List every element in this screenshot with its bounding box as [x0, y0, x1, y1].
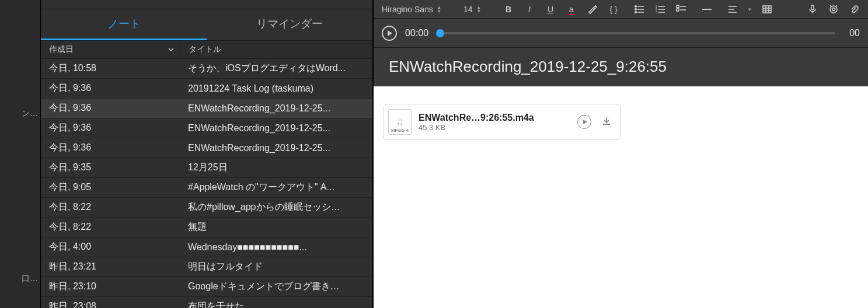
note-row-date: 昨日, 23:08 — [41, 300, 180, 308]
note-list-panel: ノート リマインダー 作成日 タイトル 今日, 10:58そうか、iOSブログエ… — [41, 0, 374, 308]
font-size-value: 14 — [463, 5, 473, 14]
attachment-filesize: 45.3 KB — [419, 123, 570, 132]
detail-panel: Hiragino Sans ▴▾ 14 ▴▾ B I U a { } — [374, 0, 868, 308]
checklist-button[interactable] — [676, 4, 686, 15]
note-row-title: ENWatchRecording_2019-12-25... — [180, 143, 372, 153]
note-rows: 今日, 10:58そうか、iOSブログエディタはWord...今日, 9:362… — [41, 59, 372, 308]
note-row-date: 今日, 10:58 — [41, 62, 180, 75]
top-spacer — [41, 0, 372, 9]
numbered-list-button[interactable]: 123 — [655, 4, 665, 15]
svg-line-28 — [830, 5, 831, 6]
svg-rect-24 — [811, 5, 814, 10]
text-color-button[interactable]: a — [566, 4, 577, 15]
note-row-title: Googleドキュメントでブログ書き… — [180, 281, 372, 293]
note-row[interactable]: 今日, 10:58そうか、iOSブログエディタはWord... — [41, 59, 372, 79]
note-row-title: 20191224 Task Log (taskuma) — [180, 83, 372, 94]
current-time: 00:00 — [405, 28, 432, 38]
font-size-picker[interactable]: 14 ▴▾ — [463, 5, 488, 14]
svg-text:3: 3 — [656, 10, 657, 14]
note-row-title: #AppleWatch の"ワークアウト" A... — [180, 181, 372, 194]
svg-line-29 — [836, 5, 837, 6]
italic-button[interactable]: I — [524, 4, 535, 15]
note-row-title: 明日はフルタイド — [180, 261, 372, 273]
column-header-title[interactable]: タイトル — [180, 44, 372, 55]
font-picker[interactable]: Hiragino Sans ▴▾ — [382, 5, 458, 14]
svg-point-26 — [830, 6, 837, 13]
camera-icon[interactable] — [828, 4, 839, 15]
music-note-icon: ♫ — [396, 117, 403, 127]
attachment-thumbnail: ♫ MPEG 4 — [388, 109, 412, 135]
note-row-title: 12月25日 — [180, 162, 372, 174]
svg-rect-19 — [763, 6, 771, 13]
note-row-date: 今日, 9:05 — [41, 181, 180, 194]
svg-rect-14 — [677, 9, 679, 11]
column-header-created[interactable]: 作成日 — [41, 44, 180, 55]
note-row-date: 昨日, 23:21 — [41, 261, 180, 273]
nav-item-1[interactable]: ン… — [22, 108, 38, 119]
size-stepper-icon[interactable]: ▴▾ — [477, 5, 480, 13]
svg-point-2 — [635, 8, 637, 10]
svg-rect-12 — [677, 5, 679, 8]
note-row[interactable]: 昨日, 23:10Googleドキュメントでブログ書き… — [41, 277, 372, 297]
seek-slider[interactable] — [440, 32, 835, 34]
attachment-filename: ENWatchRe…9:26:55.m4a — [419, 113, 570, 123]
note-row-title: 布団を干せた — [180, 300, 372, 308]
note-row[interactable]: 今日, 9:05#AppleWatch の"ワークアウト" A... — [41, 178, 372, 198]
underline-button[interactable]: U — [545, 4, 556, 15]
svg-point-27 — [832, 8, 835, 10]
tab-reminders[interactable]: リマインダー — [207, 9, 372, 38]
note-row-date: 今日, 8:22 — [41, 201, 180, 214]
note-row-date: 今日, 4:00 — [41, 241, 180, 253]
note-row-title: 無題 — [180, 221, 372, 233]
note-row[interactable]: 今日, 9:3512月25日 — [41, 158, 372, 178]
attachment-icon[interactable] — [849, 4, 860, 15]
audio-attachment: ♫ MPEG 4 ENWatchRe…9:26:55.m4a 45.3 KB — [383, 104, 621, 140]
note-row[interactable]: 今日, 8:22私の#pillow_appからの睡眠セッシ… — [41, 198, 372, 218]
code-block-button[interactable]: { } — [608, 4, 619, 15]
note-row[interactable]: 今日, 9:36ENWatchRecording_2019-12-25... — [41, 118, 372, 138]
note-row[interactable]: 今日, 8:22無題 — [41, 218, 372, 237]
note-row[interactable]: 今日, 9:3620191224 Task Log (taskuma) — [41, 79, 372, 99]
note-row-date: 今日, 9:36 — [41, 122, 180, 134]
download-icon[interactable] — [601, 115, 612, 129]
left-nav-sliver: ン… 口… — [0, 0, 41, 308]
font-stepper-icon[interactable]: ▴▾ — [438, 5, 441, 13]
note-row-title: ENWatchRecording_2019-12-25... — [180, 103, 372, 114]
note-row[interactable]: 昨日, 23:21明日はフルタイド — [41, 257, 372, 277]
note-row[interactable]: 昨日, 23:08布団を干せた — [41, 297, 372, 308]
note-row[interactable]: 今日, 9:36ENWatchRecording_2019-12-25... — [41, 99, 372, 118]
note-row-title: Wednesday■■■■■■■■■■■... — [180, 242, 372, 253]
note-row-date: 今日, 9:36 — [41, 102, 180, 114]
note-title[interactable]: ENWatchRecording_2019-12-25_9:26:55 — [389, 58, 667, 76]
chevron-down-icon — [168, 45, 174, 54]
note-body[interactable]: ♫ MPEG 4 ENWatchRe…9:26:55.m4a 45.3 KB — [374, 86, 868, 308]
note-row-date: 今日, 9:36 — [41, 142, 180, 154]
chevron-down-icon: ▾ — [748, 6, 751, 12]
horizontal-rule-button[interactable] — [702, 4, 712, 15]
note-row[interactable]: 今日, 4:00Wednesday■■■■■■■■■■■... — [41, 237, 372, 257]
note-row-title: 私の#pillow_appからの睡眠セッシ… — [180, 201, 372, 214]
note-row-date: 今日, 9:35 — [41, 162, 180, 174]
note-row[interactable]: 今日, 9:36ENWatchRecording_2019-12-25... — [41, 138, 372, 158]
svg-point-4 — [635, 11, 637, 13]
note-row-date: 今日, 8:22 — [41, 221, 180, 233]
attachment-play-button[interactable] — [577, 115, 591, 129]
align-button[interactable] — [727, 4, 738, 15]
bullet-list-button[interactable] — [634, 4, 644, 15]
microphone-icon[interactable] — [807, 4, 818, 15]
font-name: Hiragino Sans — [382, 5, 433, 14]
note-row-title: ENWatchRecording_2019-12-25... — [180, 123, 372, 134]
play-icon — [583, 120, 587, 124]
note-row-date: 昨日, 23:10 — [41, 281, 180, 293]
table-button[interactable] — [762, 4, 772, 15]
play-button[interactable] — [382, 26, 397, 41]
seek-knob[interactable] — [436, 29, 444, 37]
highlight-button[interactable] — [587, 4, 598, 15]
bold-button[interactable]: B — [503, 4, 514, 15]
format-toolbar: Hiragino Sans ▴▾ 14 ▴▾ B I U a { } — [374, 0, 868, 19]
column-header-created-label: 作成日 — [49, 44, 74, 55]
nav-item-2[interactable]: 口… — [22, 274, 38, 284]
note-row-title: そうか、iOSブログエディタはWord... — [180, 62, 372, 75]
total-time: 00 — [843, 28, 860, 38]
tab-notes[interactable]: ノート — [41, 9, 207, 38]
